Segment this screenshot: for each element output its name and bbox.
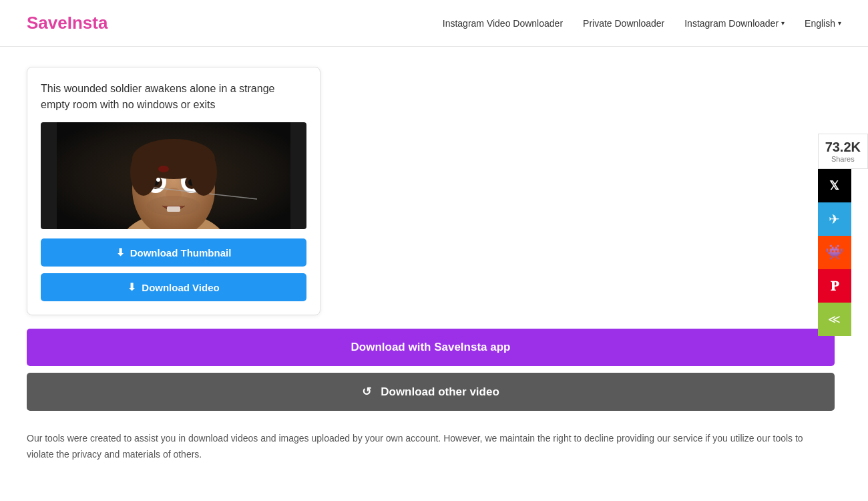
- download-video-button[interactable]: ⬇ Download Video: [41, 273, 306, 301]
- card-title: This wounded soldier awakens alone in a …: [41, 81, 306, 113]
- nav-label: Instagram Downloader: [684, 18, 779, 29]
- main-content: This wounded soldier awakens alone in a …: [0, 47, 868, 483]
- download-other-video-button[interactable]: ↺ Download other video: [27, 373, 835, 411]
- nav-label: Instagram Video Downloader: [443, 18, 563, 29]
- share-pinterest-button[interactable]: 𝐏: [818, 269, 851, 303]
- logo[interactable]: SaveInsta: [27, 13, 107, 33]
- share-sidebar: 73.2K Shares 𝕏 ✈ 👾 𝐏 ≪: [818, 134, 868, 336]
- share-telegram-button[interactable]: ✈: [818, 202, 851, 236]
- nav-private-downloader[interactable]: Private Downloader: [583, 18, 664, 29]
- nav-language-dropdown[interactable]: English ▾: [805, 18, 841, 29]
- svg-point-16: [147, 196, 200, 216]
- download-saveinsta-button[interactable]: Download with SaveInsta app: [27, 329, 835, 366]
- share-count-box: 73.2K Shares: [818, 134, 868, 169]
- svg-point-18: [130, 149, 157, 196]
- saveinsta-label: Download with SaveInsta app: [351, 341, 511, 354]
- refresh-icon: ↺: [362, 385, 371, 399]
- twitter-x-icon: 𝕏: [829, 178, 839, 193]
- download-card: This wounded soldier awakens alone in a …: [27, 67, 320, 315]
- nav-instagram-video-downloader[interactable]: Instagram Video Downloader: [443, 18, 563, 29]
- sharethis-icon: ≪: [828, 312, 841, 327]
- header: SaveInsta Instagram Video Downloader Pri…: [0, 0, 868, 47]
- download-icon: ⬇: [116, 246, 125, 259]
- share-sharethis-button[interactable]: ≪: [818, 303, 851, 336]
- pinterest-icon: 𝐏: [831, 279, 839, 294]
- logo-text: SaveInsta: [27, 13, 107, 33]
- bottom-buttons: Download with SaveInsta app ↺ Download o…: [27, 329, 835, 411]
- download-video-label: Download Video: [142, 282, 219, 293]
- download-thumbnail-button[interactable]: ⬇ Download Thumbnail: [41, 238, 306, 267]
- telegram-icon: ✈: [829, 211, 840, 227]
- other-video-label: Download other video: [381, 385, 499, 399]
- download-thumbnail-label: Download Thumbnail: [130, 247, 232, 259]
- card-thumbnail: [41, 122, 306, 229]
- download-icon: ⬇: [128, 281, 136, 293]
- svg-rect-21: [57, 122, 290, 142]
- share-reddit-button[interactable]: 👾: [818, 236, 851, 269]
- svg-point-19: [190, 149, 217, 196]
- language-label: English: [805, 18, 835, 29]
- svg-point-20: [158, 166, 169, 172]
- share-twitter-button[interactable]: 𝕏: [818, 169, 851, 202]
- share-count-label: Shares: [825, 155, 861, 163]
- disclaimer-text: Our tools were created to assist you in …: [27, 431, 828, 463]
- reddit-icon: 👾: [825, 244, 843, 261]
- share-count-number: 73.2K: [825, 140, 861, 155]
- chevron-down-icon: ▾: [781, 19, 785, 27]
- nav-label: Private Downloader: [583, 18, 664, 29]
- svg-point-8: [156, 178, 160, 182]
- main-nav: Instagram Video Downloader Private Downl…: [443, 18, 841, 29]
- nav-instagram-downloader-dropdown[interactable]: Instagram Downloader ▾: [684, 18, 785, 29]
- chevron-down-icon: ▾: [838, 19, 841, 27]
